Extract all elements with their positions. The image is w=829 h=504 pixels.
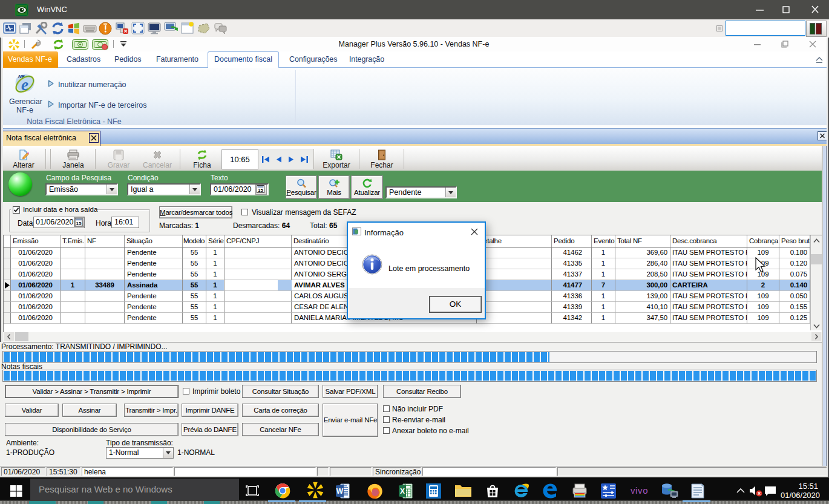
svg-text:X: X xyxy=(400,487,405,496)
svg-text:15: 15 xyxy=(258,188,263,193)
svg-text:NF: NF xyxy=(18,74,25,79)
svg-text:W: W xyxy=(336,487,344,496)
svg-text:15: 15 xyxy=(76,221,82,226)
